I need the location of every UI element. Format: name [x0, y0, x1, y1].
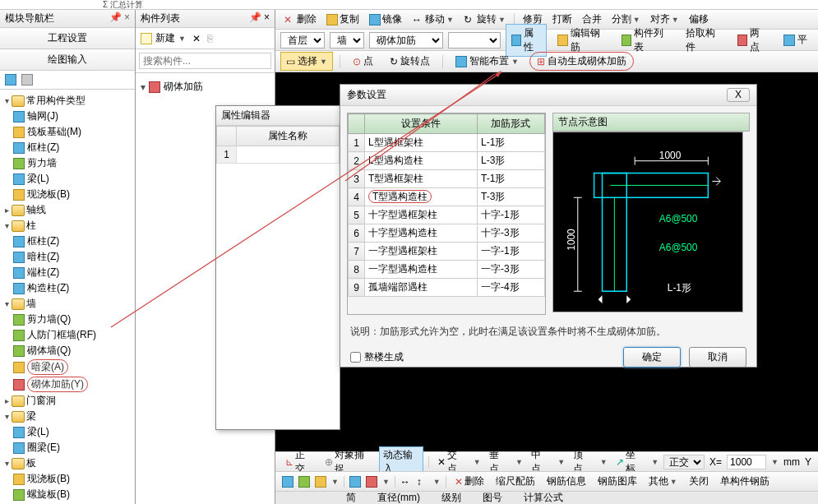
delete-button2[interactable]: ✕删除	[451, 474, 488, 489]
close-button[interactable]: 关闭	[686, 474, 712, 489]
tree-item-darkbeam[interactable]: 暗梁(A)	[2, 358, 133, 376]
tree-item-wall1[interactable]: 人防门框墙(RF)	[2, 327, 133, 343]
form-cell[interactable]: 十字-1形	[477, 206, 544, 224]
icon[interactable]	[349, 476, 361, 488]
blank-combo[interactable]	[448, 32, 500, 49]
copy-icon[interactable]: ⎘	[207, 33, 213, 44]
icon[interactable]	[298, 476, 310, 488]
tree-item-col2[interactable]: 端柱(Z)	[2, 265, 133, 280]
tree-root[interactable]: ▾常用构件类型	[2, 93, 133, 109]
select-button[interactable]: ▭选择▼	[280, 52, 333, 71]
prop-cell[interactable]	[237, 146, 340, 164]
scale-rebar-button[interactable]: 缩尺配筋	[492, 474, 538, 489]
rebar-info-button[interactable]: 钢筋信息	[543, 474, 589, 489]
cond-cell[interactable]: L型遇框架柱	[365, 134, 478, 152]
collapse-icon[interactable]	[21, 74, 33, 86]
tree-item-beam[interactable]: 梁(L)	[2, 171, 133, 187]
smart-layout-button[interactable]: 智能布置▼	[450, 52, 525, 71]
tree-item-col1[interactable]: 暗柱(Z)	[2, 249, 133, 265]
point-button[interactable]: ⊙点	[347, 52, 379, 71]
tree-item-wall0[interactable]: 剪力墙(Q)	[2, 312, 133, 327]
delete-icon[interactable]: ✕	[192, 33, 201, 44]
cond-cell[interactable]: 一字型遇框架柱	[365, 243, 478, 261]
tree-item-castslab[interactable]: 现浇板(B)	[2, 187, 133, 202]
pick-button[interactable]: 拾取构件	[680, 24, 727, 57]
component-item[interactable]: ▾ 砌体加筋	[141, 78, 270, 95]
tree-item-masonry-rebar[interactable]: 砌体加筋(Y)	[2, 376, 133, 393]
ribbon-item[interactable]: Σ 汇总计算	[103, 0, 143, 11]
tree-beam-group[interactable]: ▾梁	[2, 409, 133, 424]
form-cell[interactable]: T-1形	[477, 170, 544, 188]
ortho-combo[interactable]: 正交	[663, 455, 705, 469]
form-cell[interactable]: L-1形	[477, 134, 544, 152]
copy-button[interactable]: 复制	[323, 11, 363, 28]
type-combo[interactable]: 砌体加筋	[369, 32, 443, 49]
pin-icon[interactable]: 📌 ×	[109, 12, 130, 25]
icon[interactable]	[366, 476, 377, 488]
tree-item-slab1[interactable]: 螺旋板(B)	[2, 487, 133, 502]
two-point-button[interactable]: 两点	[732, 24, 774, 57]
tab3[interactable]: 级别	[435, 491, 468, 504]
form-cell[interactable]: 一字-4形	[477, 279, 544, 297]
cancel-button[interactable]: 取消	[689, 347, 746, 368]
tree-item-col0[interactable]: 框柱(Z)	[2, 234, 133, 249]
pin-icon[interactable]: 📌 ×	[249, 12, 270, 25]
tab4[interactable]: 图号	[476, 491, 509, 504]
tree-item-beam1[interactable]: 圈梁(E)	[2, 440, 133, 455]
tree-item-shearwall[interactable]: 剪力墙	[2, 155, 133, 171]
tree-col-group[interactable]: ▾柱	[2, 218, 133, 234]
move-button[interactable]: ↔移动▼	[409, 11, 457, 28]
mirror-button[interactable]: 镜像	[366, 11, 405, 28]
tree-item-framecol[interactable]: 框柱(Z)	[2, 140, 133, 155]
whole-building-checkbox[interactable]: 整楼生成	[350, 350, 404, 364]
tree-item-beam0[interactable]: 梁(L)	[2, 424, 133, 440]
project-settings-tab[interactable]: 工程设置	[0, 28, 135, 49]
other-button[interactable]: 其他▼	[645, 474, 681, 489]
cond-cell[interactable]: T型遇框架柱	[365, 170, 478, 188]
draw-input-tab[interactable]: 绘图输入	[0, 49, 135, 71]
form-cell[interactable]: L-3形	[477, 152, 544, 170]
icon[interactable]: ↔	[400, 476, 412, 488]
new-button[interactable]: 新建	[155, 31, 175, 45]
rotate-button[interactable]: ↻旋转▼	[460, 11, 509, 28]
tree-wall-group[interactable]: ▾墙	[2, 296, 133, 312]
cond-cell[interactable]: 十字型遇框架柱	[365, 206, 478, 224]
tree-item-col3[interactable]: 构造柱(Z)	[2, 280, 133, 296]
cond-cell[interactable]: 一字型遇构造柱	[365, 261, 478, 279]
tab1[interactable]: 简	[340, 491, 363, 504]
rotate-point-button[interactable]: ↻旋转点	[384, 52, 436, 71]
cond-cell-hl[interactable]: T型遇构造柱	[365, 188, 478, 206]
ok-button[interactable]: 确定	[623, 347, 681, 368]
form-cell[interactable]: 一字-1形	[477, 243, 544, 261]
cond-cell[interactable]: 十字型遇构造柱	[365, 224, 478, 243]
tree-item-axis[interactable]: 轴网(J)	[2, 109, 133, 124]
tab2[interactable]: 直径(mm)	[371, 491, 427, 504]
tree-item-wall2[interactable]: 砌体墙(Q)	[2, 343, 133, 358]
floor-combo[interactable]: 首层	[280, 32, 325, 49]
form-cell[interactable]: 十字-3形	[477, 224, 544, 243]
icon[interactable]: ↕	[417, 476, 428, 488]
wall-combo[interactable]: 墙	[330, 32, 364, 49]
whole-checkbox[interactable]	[350, 352, 361, 363]
tree-slab-group[interactable]: ▾板	[2, 455, 133, 471]
auto-gen-button[interactable]: ⊞自动生成砌体加筋	[529, 52, 634, 71]
cond-cell[interactable]: L型遇构造柱	[365, 152, 478, 170]
flat-button[interactable]: 平	[778, 30, 813, 49]
delete-button[interactable]: ✕删除	[280, 11, 320, 28]
form-cell[interactable]: T-3形	[477, 188, 544, 206]
new-dropdown[interactable]: ▼	[178, 35, 186, 43]
search-input[interactable]	[139, 53, 271, 69]
tree-item-slab0[interactable]: 现浇板(B)	[2, 471, 133, 487]
cond-cell[interactable]: 孤墙端部遇柱	[365, 279, 478, 297]
tab5[interactable]: 计算公式	[517, 491, 570, 504]
close-button[interactable]: X	[727, 88, 750, 102]
single-button[interactable]: 单构件钢筋	[717, 474, 773, 489]
rebar-lib-button[interactable]: 钢筋图库	[594, 474, 640, 489]
expand-icon[interactable]	[5, 74, 16, 86]
tree-door-group[interactable]: ▸门窗洞	[2, 393, 133, 409]
tree-axis-group[interactable]: ▸轴线	[2, 202, 133, 218]
icon[interactable]	[315, 476, 326, 488]
form-cell[interactable]: 一字-3形	[477, 261, 544, 279]
tree-item-raft[interactable]: 筏板基础(M)	[2, 124, 133, 140]
icon[interactable]	[282, 476, 293, 488]
